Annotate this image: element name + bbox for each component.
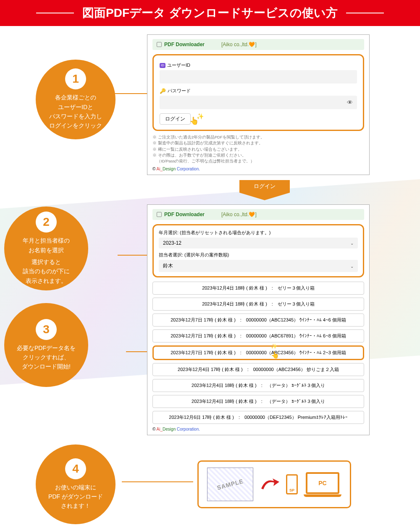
copyright-2: © Ai_Design Corporation. [152, 427, 364, 431]
pdf-list-item-highlighted[interactable]: 2023年12月7日 17時 ( 鈴木 様 ) : 00000000（ABC23… [152, 345, 364, 360]
user-id-label: ID ユーザーID [160, 62, 357, 68]
pdf-list-item[interactable]: 2023年12月4日 18時 ( 鈴木 様 ) : ゼリー３個入り箱 [152, 282, 364, 295]
id-icon: ID [160, 63, 165, 68]
pdf-list-item[interactable]: 2023年12月4日 18時 ( 鈴木 様 ) : ゼリー３個入り箱 [152, 298, 364, 311]
pdf-list-item[interactable]: 2023年12月7日 17時 ( 鈴木 様 ) : 00000000（ABC67… [152, 329, 364, 342]
hero-title: 図面PDFデータ ダウンロードサービスの使い方 [82, 5, 338, 21]
note-line: ※ ご注文頂いた過去2年分の製品PDFを閲覧して頂けます。 [152, 134, 364, 140]
step-badge-4: 4 お使いの端末に PDF がダウンロード されます！ [36, 444, 116, 524]
eye-icon[interactable]: 👁 [347, 99, 353, 106]
password-input[interactable]: 👁 [160, 96, 357, 109]
key-icon: 🔑 [160, 88, 166, 94]
copyright: © Ai_Design Corporation. [152, 167, 364, 171]
spark-icon: ✨ [271, 343, 277, 349]
sample-watermark: SAMPLE [216, 478, 244, 491]
select-box: 年月選択: (担当者がリセットされる場合があります。) 2023-12 ⌄ 担当… [152, 224, 364, 277]
person-label: 担当者選択: (選択年月の案件数順) [159, 252, 358, 258]
login-arrow-label: ログイン [239, 180, 290, 193]
person-select[interactable]: 鈴木 ⌄ [159, 260, 358, 272]
laptop-icon: PC [304, 472, 341, 497]
hero-line-right [346, 13, 384, 13]
step-number-3: 3 [36, 319, 57, 340]
chevron-down-icon: ⌄ [350, 241, 354, 246]
step-badge-1: 1 各企業様ごとの ユーザーIDと パスワードを入力し ログインをクリック [36, 60, 116, 139]
chevron-down-icon: ⌄ [350, 264, 354, 268]
step-number-1: 1 [65, 68, 86, 89]
note-line: （ID/Passの発行、ご不明な点は弊社担当者まで。） [152, 158, 364, 164]
step-text-1: 各企業様ごとの ユーザーIDと パスワードを入力し ログインをクリック [49, 93, 102, 131]
login-arrow-tip [239, 193, 290, 200]
password-label-text: パスワード [168, 88, 191, 94]
pdf-list-item[interactable]: 2023年12月4日 18時 ( 鈴木 様 ) : （データ） ﾖｰｸﾞﾙﾄ３個… [152, 379, 364, 392]
laptop-base [304, 494, 341, 497]
copyright-corp: Corporation. [177, 167, 200, 171]
pdf-list-item[interactable]: 2023年12月6日 17時 ( 鈴木 様 ) : 00000000（DEF12… [152, 411, 364, 424]
hero-banner: 図面PDFデータ ダウンロードサービスの使い方 [0, 0, 420, 26]
step-text-3: 必要なPDFデータ名を クリックすれば、 ダウンロード開始! [17, 343, 76, 371]
password-label: 🔑 パスワード [160, 88, 357, 94]
copyright-ai: Ai_ [157, 167, 163, 171]
app-company: [Aiko co.,ltd.🧡] [221, 42, 257, 47]
app-header: PDF Downloader [Aiko co.,ltd.🧡] [152, 39, 364, 50]
copyright-c: © [152, 427, 155, 431]
sp-label: SP [287, 488, 297, 492]
app-company: [Aiko co.,ltd.🧡] [221, 212, 257, 217]
login-panel: PDF Downloader [Aiko co.,ltd.🧡] ID ユーザーI… [147, 34, 370, 175]
user-id-label-text: ユーザーID [167, 62, 190, 68]
copyright-ai: Ai_ [157, 427, 163, 431]
copyright-corp: Corporation. [177, 427, 200, 431]
copyright-design: Design [163, 427, 177, 431]
list-panel: PDF Downloader [Aiko co.,ltd.🧡] 年月選択: (担… [147, 204, 370, 435]
cursor-spark-icon: ✨ [197, 113, 204, 120]
pdf-list-item[interactable]: 2023年12月4日 17時 ( 鈴木 様 ) : 00000000（ABC23… [152, 363, 364, 376]
pdf-list-item-label: 2023年12月7日 17時 ( 鈴木 様 ) : 00000000（ABC23… [171, 350, 346, 355]
app-icon [157, 42, 162, 47]
login-button-label: ログイン [165, 115, 185, 123]
step-text-2b: 選択すると 該当のものが下に 表示されます。 [23, 257, 70, 285]
app-title: PDF Downloader [164, 42, 205, 47]
user-id-input[interactable] [160, 70, 357, 84]
copyright-design: Design [163, 167, 177, 171]
app-title: PDF Downloader [164, 212, 205, 217]
login-notes: ※ ご注文頂いた過去2年分の製品PDFを閲覧して頂けます。 ※ 製造中の製品も設… [152, 134, 364, 164]
year-month-value: 2023-12 [163, 240, 181, 246]
download-arrow-icon [259, 476, 280, 493]
note-line: ※ 製造中の製品も設計図が完成次第すぐに反映されます。 [152, 140, 364, 146]
smartphone-icon: SP [286, 474, 298, 494]
step-number-4: 4 [65, 458, 86, 479]
person-value: 鈴木 [163, 263, 173, 269]
device-box: SAMPLE SP PC [197, 460, 351, 508]
step-badge-2: 2 年月と担当者様の お名前を選択 選択すると 該当のものが下に 表示されます。 [4, 206, 88, 290]
pc-label: PC [306, 472, 339, 494]
copyright-c: © [152, 167, 155, 171]
login-button[interactable]: ログイン 👆 ✨ [160, 113, 191, 125]
step-text-2a: 年月と担当者様の お名前を選択 [23, 236, 70, 255]
step-badge-3: 3 必要なPDFデータ名を クリックすれば、 ダウンロード開始! [4, 303, 88, 387]
step-number-2: 2 [36, 212, 57, 233]
year-month-label: 年月選択: (担当者がリセットされる場合があります。) [159, 230, 358, 236]
hero-line-left [36, 13, 74, 13]
cursor-icon: 👆 [271, 351, 279, 359]
app-header-2: PDF Downloader [Aiko co.,ltd.🧡] [152, 209, 364, 220]
sample-document: SAMPLE [207, 468, 253, 501]
app-icon [157, 212, 162, 217]
pdf-list-item[interactable]: 2023年12月4日 18時 ( 鈴木 様 ) : （データ） ﾖｰｸﾞﾙﾄ３個… [152, 395, 364, 408]
note-line: ※ 稀に一覧に反映されない場合もございます。 [152, 146, 364, 152]
login-arrow: ログイン [239, 180, 290, 200]
year-month-select[interactable]: 2023-12 ⌄ [159, 238, 358, 248]
note-line: ※ その際は、お手数ですが別途ご依頼ください。 [152, 152, 364, 158]
step-text-4: お使いの端末に PDF がダウンロード されます！ [48, 483, 103, 511]
login-box: ID ユーザーID 🔑 パスワード 👁 ログイン 👆 ✨ [152, 54, 364, 131]
pdf-list-item[interactable]: 2023年12月7日 17時 ( 鈴木 様 ) : 00000000（ABC12… [152, 314, 364, 327]
